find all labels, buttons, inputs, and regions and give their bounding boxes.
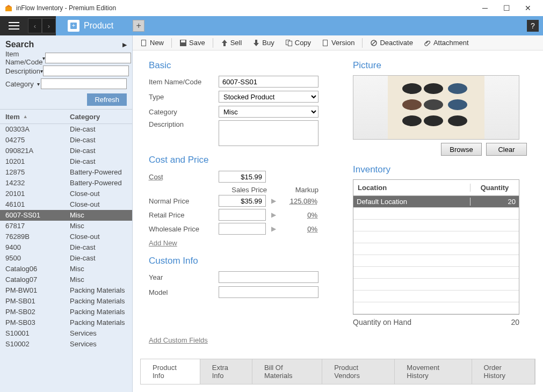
model-input[interactable] (219, 286, 318, 298)
inventory-row[interactable] (353, 302, 519, 314)
retail-markup[interactable]: 0% (281, 211, 317, 219)
wholesale-markup[interactable]: 0% (281, 225, 317, 233)
search-category-input[interactable] (41, 78, 127, 89)
menu-icon[interactable] (0, 16, 28, 35)
list-row[interactable]: PM-BW01Packing Materials (0, 285, 132, 296)
row-item: 6007-SS01 (5, 211, 70, 219)
row-category: Close-out (70, 233, 127, 241)
minimize-button[interactable]: ─ (474, 1, 496, 16)
retail-input[interactable] (219, 209, 266, 221)
list-row[interactable]: S10001Services (0, 328, 132, 339)
list-row[interactable]: 14232Battery-Powered (0, 178, 132, 188)
tab-order[interactable]: Order History (472, 359, 535, 384)
description-input[interactable] (219, 120, 318, 146)
svg-rect-3 (9, 25, 19, 26)
attachment-button[interactable]: Attachment (419, 38, 473, 48)
list-row[interactable]: 090821ADie-cast (0, 146, 132, 156)
inventory-row[interactable] (353, 243, 519, 255)
sell-button[interactable]: Sell (216, 38, 247, 48)
list-row[interactable]: Catalog07Misc (0, 274, 132, 285)
svg-point-20 (402, 83, 422, 94)
list-row[interactable]: 10201Die-cast (0, 156, 132, 167)
list-header[interactable]: Item▲ Category (0, 109, 132, 124)
tab-bom[interactable]: Bill Of Materials (252, 359, 322, 384)
normal-input[interactable] (219, 195, 266, 207)
inventory-row[interactable] (353, 220, 519, 231)
row-category: Die-cast (70, 243, 127, 251)
list-row[interactable]: 20101Close-out (0, 188, 132, 199)
year-input[interactable] (219, 271, 318, 283)
refresh-button[interactable]: Refresh (87, 93, 127, 106)
normal-markup[interactable]: 125.08% (281, 197, 317, 205)
version-button[interactable]: Version (317, 38, 359, 48)
list-row[interactable]: 46101Close-out (0, 199, 132, 210)
search-itemname-input[interactable] (45, 53, 131, 63)
list-row[interactable]: PM-SB03Packing Materials (0, 317, 132, 328)
addcustom-link[interactable]: Add Custom Fields (149, 336, 208, 344)
arrow-icon[interactable]: ▶ (266, 211, 281, 219)
itemname-label: Item Name/Code (149, 78, 219, 86)
inventory-row[interactable] (353, 267, 519, 279)
tab-product[interactable]: + Product (62, 16, 129, 35)
svg-rect-14 (288, 41, 292, 46)
arrow-icon[interactable]: ▶ (266, 197, 281, 205)
tab-movement[interactable]: Movement History (395, 359, 472, 384)
copy-button[interactable]: Copy (281, 38, 315, 48)
help-button[interactable]: ? (527, 20, 539, 32)
inventory-row[interactable]: Default Location20 (353, 196, 519, 208)
row-item: 20101 (5, 190, 70, 198)
list-row[interactable]: 76289BClose-out (0, 231, 132, 242)
deactivate-button[interactable]: Deactivate (366, 38, 417, 48)
row-category: Misc (70, 265, 127, 273)
list-row[interactable]: 9400Die-cast (0, 242, 132, 253)
save-button[interactable]: Save (175, 38, 209, 48)
new-button[interactable]: New (136, 38, 168, 48)
nav-back-button[interactable]: ‹ (28, 18, 42, 33)
clear-button[interactable]: Clear (486, 143, 527, 156)
list-row[interactable]: 6007-SS01Misc (0, 210, 132, 221)
list-row[interactable]: 67817Misc (0, 221, 132, 231)
cost-label[interactable]: Cost (149, 173, 219, 181)
list-row[interactable]: 04275Die-cast (0, 135, 132, 146)
inventory-row[interactable] (353, 208, 519, 220)
addnew-link[interactable]: Add New (149, 239, 177, 247)
new-tab-button[interactable]: + (133, 20, 144, 32)
picture-title: Picture (353, 60, 527, 71)
inventory-row[interactable] (353, 231, 519, 243)
list-row[interactable]: Catalog06Misc (0, 264, 132, 274)
itemname-input[interactable] (219, 76, 318, 88)
inventory-row[interactable] (353, 291, 519, 302)
list-row[interactable]: PM-SB02Packing Materials (0, 307, 132, 317)
row-category: Packing Materials (70, 286, 127, 294)
browse-button[interactable]: Browse (441, 143, 482, 156)
search-description-input[interactable] (43, 66, 129, 76)
svg-point-22 (448, 83, 467, 94)
cost-input[interactable] (219, 171, 266, 183)
buy-button[interactable]: Buy (248, 38, 278, 48)
tab-extra-info[interactable]: Extra Info (200, 359, 252, 384)
row-category: Die-cast (70, 136, 127, 144)
maximize-button[interactable]: ☐ (496, 1, 517, 16)
list-row[interactable]: 00303ADie-cast (0, 124, 132, 135)
list-row[interactable]: 12875Battery-Powered (0, 167, 132, 178)
nav-forward-button[interactable]: › (42, 18, 56, 33)
dropdown-icon[interactable]: ▾ (37, 81, 41, 87)
arrow-icon[interactable]: ▶ (266, 225, 281, 233)
tab-product-info[interactable]: Product Info (141, 359, 200, 384)
col-location[interactable]: Location (353, 184, 470, 192)
row-category: Die-cast (70, 125, 127, 133)
category-select[interactable]: Misc (219, 106, 318, 118)
svg-rect-10 (181, 40, 185, 42)
close-button[interactable]: ✕ (517, 1, 539, 16)
inventory-row[interactable] (353, 279, 519, 291)
list-row[interactable]: S10002Services (0, 339, 132, 350)
wholesale-input[interactable] (219, 223, 266, 235)
col-quantity[interactable]: Quantity (470, 184, 519, 192)
tab-vendors[interactable]: Product Vendors (322, 359, 395, 384)
collapse-icon[interactable]: ▶ (122, 41, 127, 48)
toolbar: New Save Sell Buy Copy Version Deactivat… (133, 35, 543, 50)
type-select[interactable]: Stocked Product (219, 91, 318, 103)
list-row[interactable]: 9500Die-cast (0, 253, 132, 264)
list-row[interactable]: PM-SB01Packing Materials (0, 296, 132, 307)
inventory-row[interactable] (353, 255, 519, 267)
